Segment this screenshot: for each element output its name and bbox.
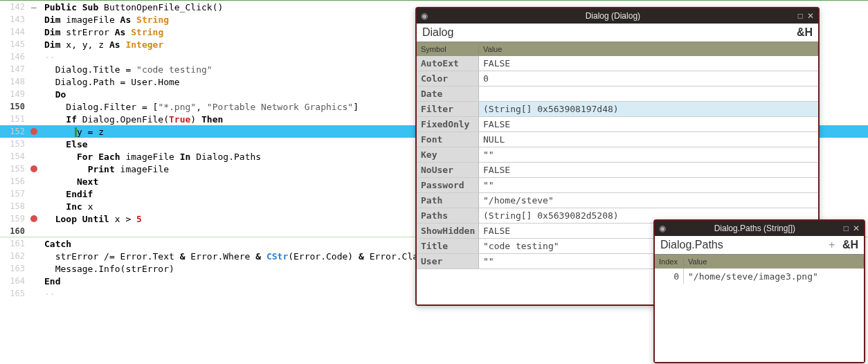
line-number[interactable]: 162 <box>0 251 26 261</box>
window-titlebar[interactable]: ◉ Dialog (Dialog) □ ✕ <box>417 8 818 24</box>
code-text[interactable]: strError /= Error.Text & Error.Where & C… <box>42 251 456 262</box>
code-text[interactable]: Print imageFile <box>42 164 169 174</box>
line-number[interactable]: 153 <box>0 139 26 149</box>
window-subheader: Dialog.Paths + &H <box>655 236 864 255</box>
property-key: FixedOnly <box>417 117 479 131</box>
col-header-symbol: Symbol <box>417 45 479 53</box>
code-text[interactable]: Inc x <box>42 201 93 212</box>
line-number[interactable]: 142 <box>0 2 26 12</box>
window-subheader: Dialog &H <box>417 24 818 42</box>
line-number[interactable]: 161 <box>0 239 26 248</box>
line-number[interactable]: 158 <box>0 201 26 211</box>
maximize-icon[interactable]: □ <box>798 11 803 21</box>
code-text[interactable]: For Each imageFile In Dialog.Paths <box>42 152 261 162</box>
debug-window-paths[interactable]: ◉ Dialog.Paths (String[]) □ ✕ Dialog.Pat… <box>653 219 865 363</box>
gutter[interactable] <box>26 127 42 137</box>
property-value[interactable]: "" <box>479 180 818 190</box>
code-text[interactable]: Dialog.Path = User.Home <box>42 77 180 87</box>
gutter[interactable] <box>26 214 42 224</box>
property-row[interactable]: Filter(String[] 0x563908197d48) <box>417 102 818 117</box>
code-text[interactable]: Catch <box>42 239 71 249</box>
line-number[interactable]: 157 <box>0 189 26 199</box>
line-number[interactable]: 163 <box>0 264 26 273</box>
line-number[interactable]: 154 <box>0 152 26 161</box>
array-value[interactable]: "/home/steve/image3.png" <box>684 271 822 282</box>
line-number[interactable]: 155 <box>0 164 26 174</box>
code-text[interactable]: Dim strError As String <box>42 27 163 37</box>
property-row[interactable]: Key"" <box>417 147 818 163</box>
property-key: NoUser <box>417 163 479 177</box>
property-key: ShowHidden <box>417 224 479 238</box>
line-number[interactable]: 159 <box>0 214 26 224</box>
property-row[interactable]: AutoExtFALSE <box>417 56 818 71</box>
line-number[interactable]: 152 <box>0 127 26 136</box>
gutter[interactable]: — <box>26 2 42 12</box>
code-text[interactable]: Loop Until x > 5 <box>42 214 142 224</box>
line-number[interactable]: 156 <box>0 176 26 186</box>
gutter[interactable] <box>26 164 42 174</box>
line-number[interactable]: 147 <box>0 64 26 74</box>
property-value[interactable]: FALSE <box>479 119 818 129</box>
line-number[interactable]: 165 <box>0 289 26 298</box>
code-text[interactable]: ·· <box>42 289 55 299</box>
code-text[interactable]: Next <box>42 176 98 187</box>
line-number[interactable]: 150 <box>0 102 26 111</box>
code-text[interactable]: Message.Info(strError) <box>42 264 174 274</box>
property-value[interactable]: 0 <box>479 73 818 84</box>
code-text[interactable]: If Dialog.OpenFile(True) Then <box>42 114 223 125</box>
fold-icon[interactable]: — <box>31 2 37 12</box>
breakpoint-icon[interactable] <box>30 128 37 135</box>
line-number[interactable]: 151 <box>0 114 26 124</box>
line-number[interactable]: 145 <box>0 39 26 49</box>
code-text[interactable]: End <box>42 276 60 286</box>
property-value[interactable]: "/home/steve" <box>479 195 818 206</box>
code-text[interactable]: Dim x, y, z As Integer <box>42 39 163 50</box>
property-row[interactable]: NoUserFALSE <box>417 163 818 178</box>
property-row[interactable]: Password"" <box>417 178 818 193</box>
close-icon[interactable]: ✕ <box>807 11 814 21</box>
code-text[interactable]: Else <box>42 139 88 149</box>
window-titlebar[interactable]: ◉ Dialog.Paths (String[]) □ ✕ <box>655 221 864 236</box>
line-number[interactable]: 164 <box>0 276 26 286</box>
code-text[interactable]: Do <box>42 89 66 100</box>
property-value[interactable]: FALSE <box>479 165 818 175</box>
hex-toggle[interactable]: &H <box>842 239 858 251</box>
property-row[interactable]: FixedOnlyFALSE <box>417 117 818 132</box>
breakpoint-icon[interactable] <box>30 215 37 222</box>
property-key: Date <box>417 87 479 101</box>
property-value[interactable]: NULL <box>479 134 818 145</box>
line-number[interactable]: 143 <box>0 15 26 24</box>
property-key: Key <box>417 147 479 162</box>
property-row[interactable]: Path"/home/steve" <box>417 193 818 208</box>
hex-toggle[interactable]: &H <box>797 26 813 39</box>
line-number[interactable]: 144 <box>0 27 26 37</box>
code-text[interactable]: Dim imageFile As String <box>42 15 169 25</box>
array-list[interactable]: 0"/home/steve/image3.png" <box>655 269 864 362</box>
property-value[interactable]: "" <box>479 149 818 160</box>
code-text[interactable]: Public Sub ButtonOpenFile_Click() <box>42 2 223 12</box>
code-text[interactable]: Dialog.Filter = ["*.png", "Portable Netw… <box>42 102 359 112</box>
property-row[interactable]: Date <box>417 87 818 102</box>
property-value[interactable]: FALSE <box>479 58 818 69</box>
window-title: Dialog.Paths (String[]) <box>670 224 840 233</box>
property-key: Paths <box>417 208 479 223</box>
code-text[interactable]: Endif <box>42 189 93 199</box>
array-row[interactable]: 0"/home/steve/image3.png" <box>655 269 864 284</box>
line-number[interactable]: 160 <box>0 226 26 236</box>
line-number[interactable]: 149 <box>0 89 26 99</box>
close-icon[interactable]: ✕ <box>853 224 860 233</box>
property-row[interactable]: FontNULL <box>417 132 818 147</box>
plus-icon[interactable]: + <box>829 239 835 251</box>
line-number[interactable]: 146 <box>0 52 26 62</box>
maximize-icon[interactable]: □ <box>844 224 849 233</box>
property-value[interactable]: (String[] 0x563908197d48) <box>479 104 818 114</box>
property-row[interactable]: Color0 <box>417 71 818 87</box>
property-key: AutoExt <box>417 56 479 71</box>
breakpoint-icon[interactable] <box>30 165 37 172</box>
code-text[interactable]: Dialog.Title = "code testing" <box>42 64 213 75</box>
code-text[interactable]: y = z <box>42 127 104 137</box>
line-number[interactable]: 148 <box>0 77 26 87</box>
code-text[interactable]: ·· <box>42 52 55 62</box>
array-index: 0 <box>655 269 684 284</box>
eye-icon: ◉ <box>659 224 666 233</box>
